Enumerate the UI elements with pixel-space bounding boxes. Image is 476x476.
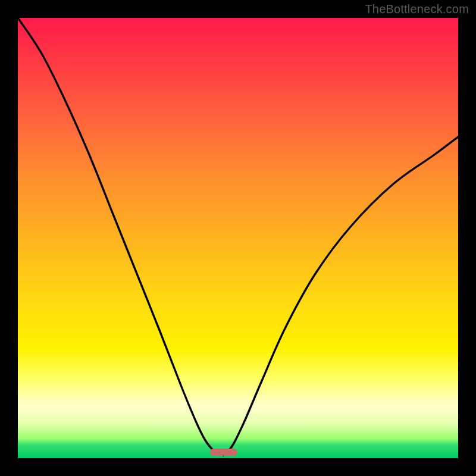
- bottleneck-curve: [18, 18, 458, 458]
- curve-right-branch: [223, 137, 458, 455]
- watermark-text: TheBottleneck.com: [365, 2, 469, 16]
- optimal-marker-pill: [210, 449, 237, 456]
- chart-frame: [18, 18, 458, 458]
- curve-left-branch: [18, 18, 223, 455]
